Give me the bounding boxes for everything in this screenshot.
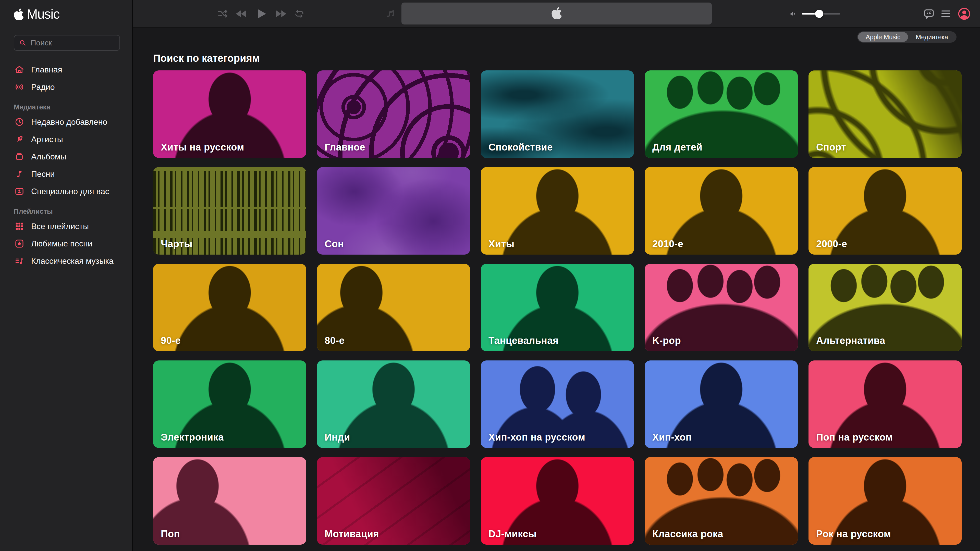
tile-label: Альтернатива	[816, 335, 885, 346]
category-tile[interactable]: 80-е	[317, 264, 470, 351]
sidebar-item-grid[interactable]: Все плейлисты	[14, 218, 120, 235]
sidebar-item-label: Артисты	[31, 135, 63, 144]
profile-card-icon	[14, 186, 25, 197]
category-tile[interactable]: Спокойствие	[481, 70, 634, 158]
now-playing-display	[401, 3, 712, 24]
sidebar-item-music-note[interactable]: Песни	[14, 165, 120, 183]
tile-label: DJ-миксы	[488, 529, 537, 540]
search-icon	[19, 39, 27, 47]
sidebar-nav: ГлавнаяРадиоМедиатекаНедавно добавленоАр…	[14, 61, 120, 270]
category-tile[interactable]: 2010-е	[645, 167, 798, 254]
tile-label: 80-е	[325, 335, 345, 346]
tile-label: Чарты	[161, 238, 192, 249]
repeat-icon[interactable]	[293, 8, 305, 20]
category-tile[interactable]: Хип-хоп	[645, 360, 798, 448]
tile-label: Главное	[325, 142, 365, 153]
volume-knob[interactable]	[815, 10, 823, 18]
category-tile[interactable]: Классика рока	[645, 457, 798, 545]
rewind-icon[interactable]	[234, 6, 248, 21]
sidebar-item-label: Недавно добавлено	[31, 118, 107, 127]
category-tile[interactable]: K-pop	[645, 264, 798, 351]
category-tile[interactable]: Поп	[153, 457, 306, 545]
category-tile[interactable]: Поп на русском	[808, 360, 962, 448]
tile-label: Танцевальная	[488, 335, 558, 346]
grid-icon	[14, 221, 25, 232]
classical-note-icon	[14, 256, 25, 267]
category-tile[interactable]: 90-е	[153, 264, 306, 351]
tile-label: 2000-е	[816, 238, 847, 249]
tile-label: Хип-хоп на русском	[488, 432, 585, 443]
sidebar-item-classical-note[interactable]: Классическая музыка	[14, 252, 120, 270]
sidebar-item-label: Все плейлисты	[31, 222, 89, 231]
sidebar-item-home[interactable]: Главная	[14, 61, 120, 78]
sidebar-item-star-square[interactable]: Любимые песни	[14, 235, 120, 252]
category-tile[interactable]: Сон	[317, 167, 470, 254]
category-tile[interactable]: Танцевальная	[481, 264, 634, 351]
sidebar-item-label: Песни	[31, 169, 55, 179]
category-tile[interactable]: Чарты	[153, 167, 306, 254]
category-tile[interactable]: Мотивация	[317, 457, 470, 545]
tile-label: Хип-хоп	[652, 432, 692, 443]
category-tile[interactable]: Спорт	[808, 70, 962, 158]
tile-label: Инди	[325, 432, 350, 443]
category-tile[interactable]: Хип-хоп на русском	[481, 360, 634, 448]
albums-icon	[14, 151, 25, 162]
tile-label: 2010-е	[652, 238, 683, 249]
app-title: Music	[27, 6, 59, 22]
sidebar-item-clock[interactable]: Недавно добавлено	[14, 113, 120, 130]
category-tile[interactable]: Хиты на русском	[153, 70, 306, 158]
sidebar-item-microphone[interactable]: Артисты	[14, 130, 120, 148]
apple-icon	[14, 8, 24, 21]
sidebar-item-label: Радио	[31, 83, 55, 92]
tile-label: Поп на русском	[816, 432, 893, 443]
category-tile[interactable]: Рок на русском	[808, 457, 962, 545]
category-tile[interactable]: DJ-миксы	[481, 457, 634, 545]
play-icon[interactable]	[253, 6, 269, 22]
tile-label: Мотивация	[325, 529, 379, 540]
category-tile[interactable]: Инди	[317, 360, 470, 448]
sidebar-item-label: Альбомы	[31, 152, 66, 162]
category-tile[interactable]: Электроника	[153, 360, 306, 448]
tile-label: 90-е	[161, 335, 181, 346]
star-square-icon	[14, 238, 25, 249]
music-note-dim-icon	[385, 8, 396, 19]
home-icon	[14, 64, 25, 75]
source-toggle: Apple MusicМедиатека	[857, 32, 956, 43]
fast-forward-icon[interactable]	[274, 6, 288, 21]
category-tile[interactable]: Главное	[317, 70, 470, 158]
page-title: Поиск по категориям	[153, 27, 980, 64]
topbar-actions	[923, 0, 972, 27]
search-field[interactable]	[14, 35, 120, 51]
source-toggle-option[interactable]: Медиатека	[908, 32, 956, 42]
search-input[interactable]	[30, 38, 115, 48]
category-tile[interactable]: Для детей	[645, 70, 798, 158]
tile-label: Спорт	[816, 142, 846, 153]
lyrics-icon[interactable]	[923, 8, 935, 20]
content-area: Apple MusicМедиатека Поиск по категориям…	[133, 27, 980, 551]
sidebar-item-albums[interactable]: Альбомы	[14, 148, 120, 165]
music-note-icon	[14, 168, 25, 179]
category-grid: Хиты на русскомГлавноеСпокойствиеДля дет…	[153, 70, 962, 545]
microphone-icon	[14, 134, 25, 145]
category-tile[interactable]: Альтернатива	[808, 264, 962, 351]
sidebar-item-label: Специально для вас	[31, 187, 109, 196]
tile-label: Спокойствие	[488, 142, 553, 153]
shuffle-icon[interactable]	[217, 8, 229, 20]
category-tile[interactable]: 2000-е	[808, 167, 962, 254]
source-toggle-option[interactable]: Apple Music	[858, 32, 908, 42]
radio-icon	[14, 81, 25, 93]
category-tile[interactable]: Хиты	[481, 167, 634, 254]
sidebar-item-label: Любимые песни	[31, 239, 92, 248]
volume-control	[789, 0, 840, 27]
volume-slider[interactable]	[802, 13, 840, 14]
tile-label: Классика рока	[652, 529, 723, 540]
sidebar-section-header: Медиатека	[14, 103, 120, 111]
sidebar-item-radio[interactable]: Радио	[14, 78, 120, 96]
tile-label: Электроника	[161, 432, 224, 443]
account-icon[interactable]	[957, 6, 972, 21]
apple-music-window: Music ГлавнаяРадиоМедиатекаНедавно добав…	[0, 0, 980, 551]
sidebar-item-profile-card[interactable]: Специально для вас	[14, 183, 120, 200]
clock-icon	[14, 116, 25, 127]
queue-icon[interactable]	[940, 8, 952, 20]
sidebar-item-label: Главная	[31, 65, 62, 75]
